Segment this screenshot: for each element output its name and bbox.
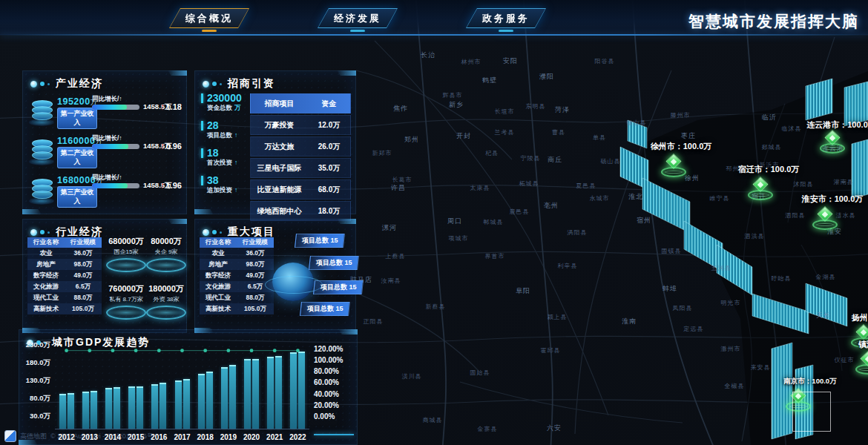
map-label: 五河县 (711, 264, 731, 272)
map-label: 临沭县 (782, 125, 802, 133)
map-label: 涟水县 (836, 211, 856, 220)
coin-stack-icon (29, 96, 54, 125)
pin-glow-ring-icon (748, 190, 773, 200)
tick-icon (201, 176, 203, 185)
map-label: 固镇县 (662, 247, 682, 255)
coin-stack-icon (29, 175, 54, 203)
map-label: 辉县市 (443, 91, 463, 99)
map-label: 天长 (816, 311, 831, 320)
industry-label-chip: 第三产业收入 (57, 186, 97, 208)
stat-value: 680000万 (106, 236, 146, 247)
map-label: 凤阳县 (673, 304, 693, 312)
tab-经济发展[interactable]: 经济发展 (318, 8, 398, 28)
stat-value: 18 (201, 147, 249, 159)
gdp-right-axis: 120.00%100.00%80.00%60.00%40.00%20.00%0.… (314, 345, 354, 421)
growth-delta: ↑0.96 (160, 141, 182, 151)
map-label: 盱眙县 (772, 274, 792, 283)
map-label: 明光市 (721, 299, 741, 307)
growth-label: 同比增长/↑ (92, 134, 122, 143)
map-label: 微山县 (627, 119, 647, 127)
stat-label: 外资 38家 (146, 295, 186, 303)
ring-platform-icon (146, 258, 186, 272)
header-bar: 综合概况经济发展政务服务 智慧城市发展指挥大脑 (0, 0, 868, 35)
table-row: 文化旅游6.5万 (200, 281, 274, 292)
map-label: 灌南县 (834, 178, 854, 186)
map-label: 宁陵县 (521, 154, 541, 162)
table-row: 数字经济49.0万 (27, 270, 102, 281)
tab-label: 经济发展 (318, 9, 397, 27)
map-label: 阳谷县 (595, 57, 615, 65)
map-label: 郯城县 (762, 143, 782, 151)
globe-graphic (272, 263, 314, 301)
map-label: 仪征市 (835, 356, 855, 364)
panel-title: 招商引资 (203, 77, 275, 90)
growth-label: 同比增长/↑ (92, 95, 122, 104)
map-label: 亳州 (544, 201, 559, 211)
title-dot-icon (220, 83, 222, 85)
growth-delta: ↑1.96 (160, 180, 182, 191)
map-label: 滕州市 (671, 111, 691, 119)
map-label: 杞县 (485, 149, 499, 157)
marker-label: 镇江市：100.0万 (858, 339, 868, 350)
investment-stat: 38追加投资↑ (201, 174, 249, 195)
industry-label-chip: 第一产业收入 (57, 108, 97, 129)
map-label: 焦作 (393, 104, 408, 113)
map-label: 商城县 (423, 416, 443, 424)
table-row: 万达文旅26.0万 (250, 136, 351, 156)
ring-platform-icon (146, 306, 186, 320)
map-label: 上蔡县 (386, 252, 406, 260)
map-label: 项城市 (449, 234, 469, 243)
gdp-axis-accent (314, 434, 354, 435)
map-label: 长治 (421, 50, 435, 60)
panel-sector-economy: 行业经济 行业名称行业规模农业36.0万房地产98.0万数字经济49.0万文化旅… (22, 219, 187, 333)
table-row: 房地产98.0万 (200, 259, 274, 270)
investment-stat: 230000资金总数万 (201, 92, 249, 113)
map-inset-box (792, 392, 831, 432)
gdp-left-axis: 230.0万180.0万130.0万80.0万30.0万 (21, 345, 52, 419)
tab-underline-icon (499, 30, 513, 32)
title-dot-icon (203, 229, 209, 236)
table-header-row: 行业名称行业规模 (27, 237, 102, 248)
map-label: 安阳 (503, 56, 518, 66)
nav-tabs: 综合概况经济发展政务服务 (169, 8, 546, 28)
map-label: 濮阳 (539, 72, 554, 82)
enterprise-stat: 180000万外资 38家 (146, 283, 186, 331)
amap-logo-icon (4, 430, 16, 442)
stat-value: 28 (201, 119, 249, 131)
map-label: 鹤壁 (482, 76, 497, 85)
panel-investment: 招商引资 230000资金总数万28项目总数↑18首次投资↑38追加投资↑ 招商… (194, 70, 356, 214)
map-label: 郸城县 (484, 218, 504, 226)
growth-bar (92, 183, 139, 188)
industry-label-chip: 第二产业收入 (57, 147, 97, 168)
title-dot-icon (212, 82, 217, 86)
header-divider (0, 34, 868, 36)
up-arrow-icon: ↑ (160, 180, 165, 191)
table-row: 高新技术105.0万 (200, 303, 274, 314)
map-label: 固始县 (470, 369, 490, 377)
tick-icon (201, 121, 203, 131)
tab-政务服务[interactable]: 政务服务 (466, 8, 546, 28)
tab-综合概况[interactable]: 综合概况 (169, 8, 249, 28)
stat-value: 38 (201, 174, 249, 186)
tick-icon (201, 93, 203, 103)
title-dot-icon (47, 231, 50, 234)
up-arrow-icon: ↑ (160, 102, 165, 112)
table-row: 房地产98.0万 (27, 259, 102, 270)
map-label: 金寨县 (478, 425, 498, 433)
table-row: 三星电子国际35.0万 (250, 158, 351, 178)
map-label: 泗洪县 (745, 232, 765, 240)
stat-value: 230000 (201, 92, 249, 104)
map-label: 新乡 (449, 100, 464, 110)
page-title: 智慧城市发展指挥大脑 (688, 11, 859, 32)
map-label: 郑州 (404, 135, 419, 145)
stat-label: 首次投资↑ (207, 159, 249, 168)
growth-bar-fill (92, 105, 127, 110)
table-row: 现代工业88.0万 (27, 292, 102, 303)
map-label: 涡阳县 (568, 228, 588, 237)
project-total-badge: 项目总数 15 (300, 302, 350, 316)
map-label: 全椒县 (725, 382, 745, 390)
table-row: 比亚迪新能源68.0万 (250, 179, 351, 200)
enterprise-stat: 80000万央企 9家 (146, 236, 186, 283)
map-label: 界首市 (485, 252, 505, 260)
stat-label: 央企 9家 (146, 248, 186, 256)
